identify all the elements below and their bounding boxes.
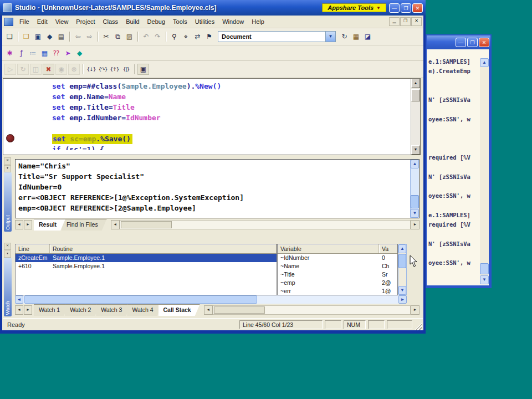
minimize-button[interactable]: — bbox=[389, 3, 400, 13]
tab-watch-2[interactable]: Watch 2 bbox=[65, 304, 100, 316]
scroll-right-icon[interactable]: ► bbox=[411, 220, 420, 229]
scroll-up-icon[interactable]: ▲ bbox=[411, 79, 420, 88]
restore-button[interactable]: ❐ bbox=[401, 3, 411, 13]
menu-tools[interactable]: Tools bbox=[169, 17, 191, 27]
document-type-selector[interactable]: Document ▼ bbox=[218, 31, 336, 42]
cut-icon[interactable]: ✂ bbox=[101, 32, 111, 42]
go-icon[interactable]: ▷ bbox=[4, 64, 16, 75]
code-editor[interactable]: set emp=##class(Sample.Employee).%New()s… bbox=[3, 78, 421, 155]
scrollbar-thumb[interactable] bbox=[411, 89, 420, 101]
scrollbar-thumb[interactable] bbox=[24, 295, 257, 304]
scroll-right-icon[interactable]: ► bbox=[398, 295, 407, 304]
watch-horizontal-scrollbar[interactable]: ◄ ► bbox=[15, 295, 407, 304]
menu-class[interactable]: Class bbox=[99, 17, 122, 27]
table-row[interactable]: ~err1@ bbox=[278, 287, 397, 295]
menu-window[interactable]: Window bbox=[218, 17, 248, 27]
compile-icon[interactable]: ◆ bbox=[44, 32, 55, 42]
terminal-window[interactable]: — ❐ ✕ e.1:SAMPLES]e).CreateEmp N' [zSSNI… bbox=[426, 34, 492, 288]
menu-help[interactable]: Help bbox=[248, 17, 268, 27]
terminal-title-bar[interactable]: — ❐ ✕ bbox=[427, 35, 490, 49]
new-parameter-icon[interactable]: ▦ bbox=[39, 48, 50, 58]
menu-project[interactable]: Project bbox=[72, 17, 99, 27]
editor-vertical-scrollbar[interactable]: ▲ ▼ bbox=[411, 79, 420, 155]
save-icon[interactable]: ▣ bbox=[33, 32, 43, 42]
variables-grid[interactable]: VariableVa~IdNumber0~NameCh~TitleSr~emp2… bbox=[277, 244, 398, 295]
breakpoint-icon[interactable] bbox=[6, 134, 14, 142]
copy-icon[interactable]: ⧉ bbox=[112, 32, 123, 42]
tab-watch-3[interactable]: Watch 3 bbox=[96, 304, 131, 316]
import-icon[interactable]: ◪ bbox=[362, 32, 373, 42]
scroll-left-icon[interactable]: ◄ bbox=[111, 220, 120, 229]
tab-result[interactable]: Result bbox=[34, 219, 65, 231]
title-bar[interactable]: Studio - [UnknownUser-Latest/SAMPLES/Sam… bbox=[0, 0, 426, 16]
scroll-right-icon[interactable]: ► bbox=[411, 305, 420, 315]
table-row[interactable]: +610Sample.Employee.1 bbox=[16, 262, 277, 270]
table-row[interactable]: ~TitleSr bbox=[278, 270, 397, 279]
tab-find-in-files[interactable]: Find in Files bbox=[62, 219, 107, 231]
navigate-back-icon[interactable]: ⇦ bbox=[73, 32, 83, 42]
output-horizontal-scrollbar[interactable]: ◄ ► bbox=[111, 221, 420, 229]
terminal-maximize-button[interactable]: ❐ bbox=[467, 38, 478, 47]
open-project-icon[interactable]: ▦ bbox=[351, 32, 361, 42]
new-index-icon[interactable]: ➤ bbox=[63, 48, 73, 58]
scrollbar-thumb[interactable] bbox=[411, 195, 419, 208]
print-icon[interactable]: ▤ bbox=[56, 32, 66, 42]
table-row[interactable]: ~emp2@ bbox=[278, 279, 397, 287]
clear-breakpoints-icon[interactable]: ⊗ bbox=[68, 64, 80, 75]
close-icon[interactable]: ✕ bbox=[4, 157, 11, 165]
interrupt-icon[interactable]: ◫ bbox=[30, 64, 42, 75]
menu-file[interactable]: File bbox=[16, 17, 33, 27]
output-text-area[interactable]: Name="Chris"Title="Sr Support Specialist… bbox=[15, 159, 420, 218]
bookmark-icon[interactable]: ⚑ bbox=[204, 32, 214, 42]
scroll-down-icon[interactable]: ▼ bbox=[411, 145, 420, 155]
column-header-line[interactable]: Line bbox=[16, 244, 50, 253]
scroll-up-icon[interactable]: ▲ bbox=[398, 244, 406, 253]
tab-watch-4[interactable]: Watch 4 bbox=[127, 304, 162, 316]
tab-scroll-left-icon[interactable]: ◄ bbox=[15, 305, 23, 315]
pin-icon[interactable]: ▾ bbox=[4, 165, 11, 172]
find-in-files-icon[interactable]: ⌖ bbox=[181, 32, 191, 42]
table-row[interactable]: zCreateEmSample.Employee.1 bbox=[16, 254, 277, 262]
tab-scroll-right-icon[interactable]: ► bbox=[24, 220, 32, 229]
scroll-up-icon[interactable]: ▲ bbox=[480, 58, 489, 67]
find-icon[interactable]: ⚲ bbox=[169, 32, 180, 42]
terminal-content[interactable]: e.1:SAMPLES]e).CreateEmp N' [zSSNIsVa oy… bbox=[427, 49, 489, 285]
debug-target-icon[interactable]: ▣ bbox=[137, 64, 149, 75]
scroll-left-icon[interactable]: ◄ bbox=[15, 295, 23, 304]
run-to-cursor-icon[interactable]: {|} bbox=[121, 64, 131, 74]
new-query-icon[interactable]: ⁇ bbox=[51, 48, 62, 58]
compile-document-icon[interactable]: ↻ bbox=[339, 32, 350, 42]
new-class-icon[interactable]: ✱ bbox=[4, 48, 15, 58]
restart-icon[interactable]: ↻ bbox=[17, 64, 29, 75]
mdi-minimize-button[interactable]: ▁ bbox=[389, 17, 400, 26]
scroll-up-icon[interactable]: ▲ bbox=[411, 160, 419, 168]
scroll-down-icon[interactable]: ▼ bbox=[411, 209, 419, 218]
menu-debug[interactable]: Debug bbox=[144, 17, 169, 27]
scroll-left-icon[interactable]: ◄ bbox=[204, 305, 213, 315]
menu-build[interactable]: Build bbox=[122, 17, 143, 27]
stop-icon[interactable]: ✖ bbox=[43, 64, 54, 75]
chevron-down-icon[interactable]: ▼ bbox=[325, 32, 335, 42]
column-header-routine[interactable]: Routine bbox=[50, 244, 277, 253]
tab-scroll-right-icon[interactable]: ► bbox=[24, 305, 32, 315]
tab-watch-1[interactable]: Watch 1 bbox=[34, 304, 69, 316]
step-into-icon[interactable]: {↓} bbox=[86, 64, 96, 74]
new-method-icon[interactable]: ƒ bbox=[16, 48, 27, 58]
step-over-icon[interactable]: {↷} bbox=[98, 64, 108, 74]
pin-icon[interactable]: ▾ bbox=[4, 250, 11, 258]
table-row[interactable]: ~NameCh bbox=[278, 262, 397, 270]
terminal-minimize-button[interactable]: — bbox=[456, 38, 466, 47]
tab-call-stack[interactable]: Call Stack bbox=[158, 304, 200, 316]
scrollbar-thumb[interactable] bbox=[214, 306, 265, 314]
mdi-restore-button[interactable]: ❐ bbox=[400, 17, 411, 26]
call-stack-grid[interactable]: LineRoutinezCreateEmSample.Employee.1+61… bbox=[15, 244, 277, 295]
scroll-down-icon[interactable]: ▼ bbox=[480, 275, 489, 284]
toggle-breakpoint-icon[interactable]: ◉ bbox=[55, 64, 67, 75]
tab-scroll-left-icon[interactable]: ◄ bbox=[15, 220, 23, 229]
scrollbar-thumb[interactable] bbox=[480, 263, 489, 274]
column-header-variable[interactable]: Variable bbox=[278, 244, 379, 253]
terminal-close-button[interactable]: ✕ bbox=[479, 38, 489, 47]
menu-view[interactable]: View bbox=[52, 17, 73, 27]
menu-edit[interactable]: Edit bbox=[33, 17, 52, 27]
redo-icon[interactable]: ↷ bbox=[152, 32, 163, 42]
